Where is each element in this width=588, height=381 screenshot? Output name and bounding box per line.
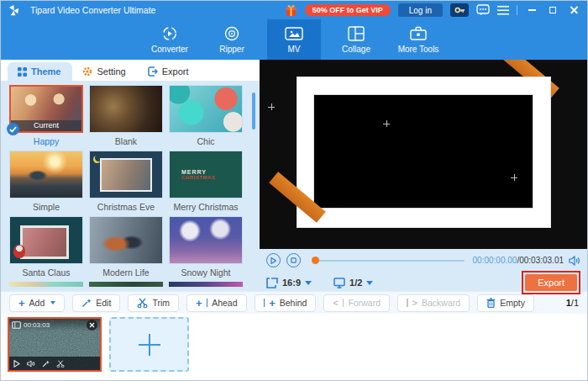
move-forward-icon: < (333, 299, 338, 308)
preview-canvas[interactable] (260, 60, 587, 249)
aspect-ratio-select[interactable]: 16:9 (266, 278, 312, 288)
menu-icon[interactable] (497, 6, 509, 15)
sparkle-icon (268, 103, 275, 110)
theme-thumbnail-partial[interactable] (9, 282, 83, 287)
theme-item-chic[interactable]: Chic (169, 85, 243, 147)
preview-screen-select[interactable]: 1/2 (333, 278, 373, 288)
backward-button[interactable]: > Backward (397, 294, 470, 312)
edit-button[interactable]: Edit (72, 294, 120, 312)
add-button[interactable]: + Add (9, 294, 65, 312)
theme-panel: Theme Setting Export (1, 60, 260, 291)
insert-behind-icon (264, 299, 265, 307)
theme-item-merry-christmas[interactable]: MERRY CHRISTMAS Merry Christmas (169, 151, 243, 213)
collage-icon (347, 25, 365, 42)
sparkle-icon (511, 174, 517, 181)
theme-item-snowy-night[interactable]: Snowy Night (169, 216, 243, 278)
plus-icon: + (18, 298, 25, 309)
forward-button[interactable]: < Forward (323, 294, 390, 312)
clip-edit-icon[interactable] (42, 360, 50, 368)
clip-page-indicator: 1/1 (566, 298, 579, 308)
theme-thumbnail-partial[interactable] (89, 282, 163, 287)
photo-frame (297, 77, 551, 228)
trim-button[interactable]: Trim (128, 294, 179, 312)
tab-collage[interactable]: Collage (329, 19, 383, 60)
gear-icon (82, 66, 92, 77)
theme-item-blank[interactable]: Blank (89, 85, 163, 147)
toolbox-icon (409, 25, 428, 42)
tab-mv[interactable]: MV (267, 19, 321, 60)
seek-slider[interactable] (312, 260, 465, 262)
theme-thumbnail[interactable] (169, 216, 243, 264)
clip-play-icon[interactable] (13, 360, 20, 368)
play-button[interactable] (266, 253, 281, 267)
clip-duration: 00:03:03 (24, 321, 50, 329)
ripper-icon (223, 25, 241, 42)
theme-thumbnail[interactable] (9, 216, 83, 264)
seek-handle[interactable] (312, 257, 319, 264)
close-icon (89, 322, 95, 328)
theme-thumbnail[interactable] (169, 85, 243, 133)
theme-thumbnail[interactable]: MERRY CHRISTMAS (169, 151, 243, 198)
plus-icon (139, 334, 160, 356)
titlebar-separator (517, 5, 517, 15)
ahead-button[interactable]: + Ahead (186, 294, 247, 312)
export-button[interactable]: Export (525, 274, 577, 291)
theme-grid: Current Happy Blank Chic (1, 81, 260, 287)
export-highlight-annotation: Export (522, 271, 580, 294)
clip-volume-icon[interactable] (27, 360, 35, 368)
theme-thumbnail[interactable] (89, 216, 163, 264)
app-window: Tipard Video Converter Ultimate 50% OFF … (0, 0, 588, 381)
theme-scrollbar[interactable] (252, 93, 255, 130)
clip-trim-icon[interactable] (56, 360, 65, 368)
theme-item-happy[interactable]: Current Happy (9, 85, 83, 147)
login-button[interactable]: Log in (398, 3, 443, 17)
time-display: 00:00:00.00/00:03:03.01 (473, 256, 564, 265)
feedback-icon[interactable] (476, 4, 490, 16)
theme-thumbnail[interactable] (89, 151, 163, 198)
timeline-clip[interactable]: 00:03:03 (8, 317, 102, 372)
sparkle-icon (383, 120, 390, 127)
scissors-icon (137, 298, 148, 308)
screen-icon (333, 278, 345, 288)
theme-item-santa-claus[interactable]: Santa Claus (9, 216, 83, 278)
key-icon (454, 6, 465, 14)
minimize-button[interactable] (525, 3, 538, 17)
tab-more-tools[interactable]: More Tools (391, 19, 445, 60)
tab-export[interactable]: Export (138, 62, 201, 81)
close-button[interactable] (567, 3, 580, 17)
behind-button[interactable]: + Behind (255, 294, 317, 312)
move-backward-icon (407, 299, 408, 307)
theme-thumbnail[interactable] (9, 151, 83, 198)
add-clip-dropzone[interactable] (109, 317, 189, 372)
maximize-button[interactable] (546, 3, 559, 17)
theme-item-christmas-eve[interactable]: Christmas Eve (89, 151, 163, 213)
chevron-down-icon (305, 281, 312, 285)
magic-wand-icon (81, 298, 92, 308)
export-icon (148, 66, 158, 77)
register-key-button[interactable] (450, 3, 469, 17)
chevron-down-icon (50, 301, 55, 304)
theme-item-simple[interactable]: Simple (9, 151, 83, 213)
mv-icon (285, 25, 303, 42)
theme-thumbnail-partial[interactable] (169, 282, 243, 287)
theme-grid-icon (18, 67, 27, 77)
theme-thumbnail[interactable] (89, 85, 163, 133)
stop-icon (291, 257, 297, 263)
panel-tab-bar: Theme Setting Export (1, 60, 260, 81)
theme-thumbnail[interactable]: Current (9, 85, 83, 133)
gift-icon[interactable] (285, 4, 297, 17)
theme-item-modern-life[interactable]: Modern Life (89, 216, 163, 278)
video-placeholder (314, 95, 533, 208)
stop-button[interactable] (286, 253, 301, 267)
chevron-down-icon (366, 281, 373, 285)
player-controls: 00:00:00.00/00:03:03.01 16:9 (260, 249, 587, 291)
vip-offer-badge[interactable]: 50% OFF to Get VIP (305, 4, 391, 16)
tab-ripper[interactable]: Ripper (205, 19, 259, 60)
tab-converter[interactable]: Converter (143, 19, 197, 60)
remove-clip-button[interactable] (87, 320, 97, 331)
volume-icon[interactable] (569, 256, 580, 266)
clip-timeline: 00:03:03 (1, 314, 587, 381)
tab-setting[interactable]: Setting (72, 62, 137, 81)
tab-theme[interactable]: Theme (8, 62, 72, 81)
empty-button[interactable]: Empty (477, 294, 534, 312)
